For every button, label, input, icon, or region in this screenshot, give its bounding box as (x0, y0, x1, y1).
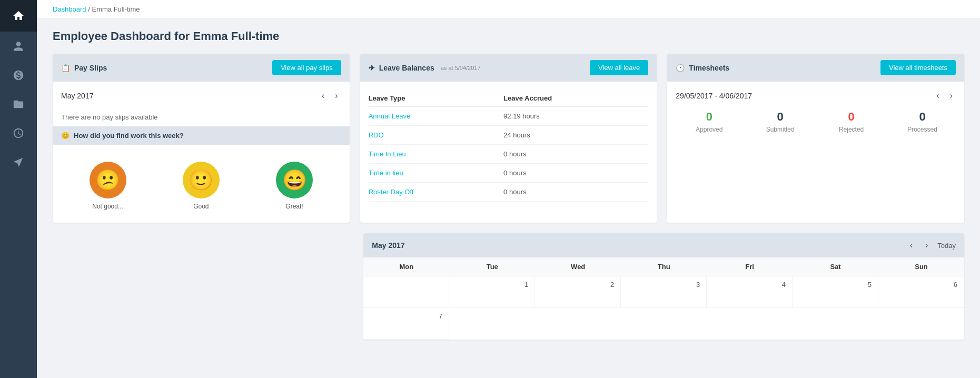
leave-type-cell: Time in lieu (369, 164, 503, 183)
payslips-icon: 📋 (61, 64, 70, 72)
sidebar-item-clock[interactable] (0, 118, 37, 147)
stat-value: 0 (889, 110, 956, 124)
timesheets-card-body: 29/05/2017 - 4/06/2017 ‹ › 0 Approved 0 … (667, 82, 964, 142)
prev-calendar-button[interactable]: ‹ (907, 240, 916, 251)
timesheets-card: 🕐 Timesheets View all timesheets 29/05/2… (667, 54, 964, 223)
stat-label: Approved (676, 126, 743, 133)
stat-value: 0 (747, 110, 814, 124)
sidebar-item-leave[interactable] (0, 147, 37, 176)
leave-table: Leave Type Leave Accrued Annual Leave 92… (369, 90, 649, 202)
stat-submitted: 0 Submitted (747, 110, 814, 133)
timesheets-clock-icon: 🕐 (676, 64, 685, 72)
leave-plane-icon: ✈ (369, 64, 375, 72)
leave-type-cell: Roster Day Off (369, 183, 503, 202)
next-month-button[interactable]: › (332, 90, 341, 102)
calendar-date-cell[interactable]: 6 (878, 276, 964, 308)
calendar-date-cell[interactable]: 7 (363, 308, 449, 340)
sidebar-home-button[interactable] (0, 0, 37, 32)
feeling-good[interactable]: 🙂 Good (183, 162, 220, 210)
prev-timesheet-button[interactable]: ‹ (933, 90, 942, 102)
leave-type-header: Leave Type (369, 90, 503, 107)
page-body: Employee Dashboard for Emma Full-time 📋 … (37, 19, 980, 350)
calendar-day-wed: Wed (535, 257, 621, 276)
timesheets-card-header: 🕐 Timesheets View all timesheets (667, 54, 964, 82)
leave-balances-card-body: Leave Type Leave Accrued Annual Leave 92… (360, 82, 657, 210)
stat-label: Rejected (818, 126, 885, 133)
page-title: Employee Dashboard for Emma Full-time (53, 29, 964, 43)
view-all-timesheets-button[interactable]: View all timesheets (880, 60, 956, 75)
stat-label: Processed (889, 126, 956, 133)
good-label: Good (193, 203, 209, 210)
feeling-great[interactable]: 😄 Great! (276, 162, 313, 210)
calendar-day-thu: Thu (621, 257, 707, 276)
stat-rejected: 0 Rejected (818, 110, 885, 133)
leave-type-cell: Time In Lieu (369, 145, 503, 164)
calendar-day-mon: Mon (363, 257, 449, 276)
payslips-card-header: 📋 Pay Slips View all pay slips (53, 54, 350, 82)
leave-table-row: RDO 24 hours (369, 126, 649, 145)
calendar-date-cell[interactable]: 5 (793, 276, 878, 308)
breadcrumb-dashboard-link[interactable]: Dashboard (53, 5, 86, 13)
timesheets-card-title: 🕐 Timesheets (676, 64, 729, 72)
great-emoji: 😄 (276, 162, 313, 198)
view-all-leave-button[interactable]: View all leave (590, 60, 648, 75)
calendar-date-cell[interactable]: 3 (621, 276, 707, 308)
main-content: Dashboard / Emma Full-time Employee Dash… (37, 0, 980, 378)
leave-table-row: Time in lieu 0 hours (369, 164, 649, 183)
good-emoji: 🙂 (183, 162, 220, 198)
calendar-day-fri: Fri (707, 257, 793, 276)
leave-table-row: Time In Lieu 0 hours (369, 145, 649, 164)
next-calendar-button[interactable]: › (922, 240, 931, 251)
calendar-card: May 2017 ‹ › Today MonTueWedThuFriSatSun… (363, 233, 964, 340)
next-timesheet-button[interactable]: › (947, 90, 956, 102)
month-nav: May 2017 ‹ › (61, 90, 341, 102)
calendar-date-cell[interactable]: 2 (535, 276, 621, 308)
leave-table-row: Annual Leave 92.19 hours (369, 107, 649, 126)
breadcrumb-current: Emma Full-time (92, 5, 140, 13)
no-payslips-message: There are no pay slips available (61, 108, 341, 126)
timesheet-stats: 0 Approved 0 Submitted 0 Rejected 0 Proc… (676, 110, 956, 133)
leave-accrued-cell: 92.19 hours (503, 107, 648, 126)
emoji-row: 😕 Not good... 🙂 Good 😄 (61, 153, 341, 214)
leave-type-cell: Annual Leave (369, 107, 503, 126)
leave-accrued-cell: 24 hours (503, 126, 648, 145)
bottom-row: May 2017 ‹ › Today MonTueWedThuFriSatSun… (53, 233, 964, 340)
stat-processed: 0 Processed (889, 110, 956, 133)
calendar-dates: 1234567 (363, 276, 964, 340)
sidebar-item-money[interactable] (0, 61, 37, 89)
empty-bottom-left (53, 233, 353, 340)
view-all-payslips-button[interactable]: View all pay slips (272, 60, 341, 75)
calendar-month-title: May 2017 (372, 241, 404, 250)
calendar-day-sat: Sat (793, 257, 878, 276)
leave-balances-card-title: ✈ Leave Balances as at 5/04/2017 (369, 64, 481, 72)
month-nav-arrows: ‹ › (319, 90, 341, 102)
smiley-icon: 😊 (61, 132, 70, 140)
payslips-card: 📋 Pay Slips View all pay slips May 2017 … (53, 54, 350, 223)
calendar-nav: ‹ › Today (907, 240, 956, 251)
feeling-not-good[interactable]: 😕 Not good... (90, 162, 126, 210)
stat-label: Submitted (747, 126, 814, 133)
leave-accrued-cell: 0 hours (503, 145, 648, 164)
calendar-date-cell[interactable]: 4 (707, 276, 793, 308)
sidebar-item-person[interactable] (0, 32, 37, 61)
sidebar-item-folder[interactable] (0, 89, 37, 118)
leave-table-row: Roster Day Off 0 hours (369, 183, 649, 202)
calendar-date-cell[interactable]: 1 (449, 276, 535, 308)
leave-accrued-header: Leave Accrued (503, 90, 648, 107)
top-cards-row: 📋 Pay Slips View all pay slips May 2017 … (53, 54, 964, 223)
calendar-day-sun: Sun (878, 257, 964, 276)
today-button[interactable]: Today (937, 242, 956, 250)
great-label: Great! (285, 203, 303, 210)
payslips-card-body: May 2017 ‹ › There are no pay slips avai… (53, 82, 350, 223)
calendar-days-header: MonTueWedThuFriSatSun (363, 257, 964, 276)
current-month: May 2017 (61, 92, 93, 100)
sidebar (0, 0, 37, 378)
leave-type-cell: RDO (369, 126, 503, 145)
stat-approved: 0 Approved (676, 110, 743, 133)
calendar-date-cell[interactable] (363, 276, 449, 308)
leave-accrued-cell: 0 hours (503, 164, 648, 183)
calendar-day-tue: Tue (449, 257, 535, 276)
stat-value: 0 (676, 110, 743, 124)
leave-balances-card: ✈ Leave Balances as at 5/04/2017 View al… (360, 54, 657, 223)
prev-month-button[interactable]: ‹ (319, 90, 328, 102)
